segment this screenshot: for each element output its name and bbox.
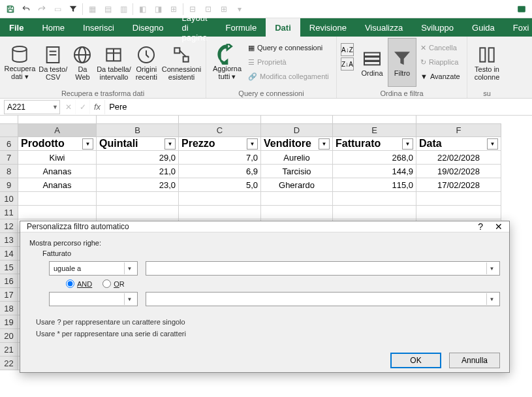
filter-dropdown-button[interactable]: ▼ [164, 138, 176, 150]
qat-btn-4[interactable]: ◧ [134, 1, 150, 17]
tab-inserisci[interactable]: Inserisci [74, 18, 123, 37]
qat-btn-6[interactable]: ⊞ [166, 1, 181, 17]
cell[interactable] [333, 192, 416, 206]
da-csv-button[interactable]: Da testo/CSV [37, 38, 69, 87]
cell[interactable] [261, 192, 333, 206]
sort-asc-icon[interactable]: A↓Z [341, 43, 354, 56]
row-header[interactable]: 8 [0, 165, 18, 178]
row-header[interactable]: 19 [0, 315, 18, 329]
cancel-formula-icon[interactable]: ✕ [61, 100, 76, 114]
tab-revisione[interactable]: Revisione [300, 18, 356, 37]
or-radio[interactable]: OR [102, 279, 125, 288]
filter-dropdown-button[interactable]: ▼ [82, 138, 93, 150]
ok-button[interactable]: OK [390, 353, 441, 368]
cell[interactable]: 22/02/2028 [416, 151, 501, 165]
cancel-button[interactable]: Annulla [449, 353, 500, 368]
modifica-collegamenti-button[interactable]: 🔗 Modifica collegamenti [245, 69, 332, 84]
tab-layout[interactable]: Layout di pagina [172, 18, 216, 37]
column-header[interactable]: E [333, 124, 416, 137]
cell[interactable]: 23,0 [97, 178, 179, 192]
proprieta-button[interactable]: ☰ Proprietà [245, 55, 332, 69]
row-header[interactable]: 10 [0, 192, 18, 206]
ordina-button[interactable]: Ordina [358, 38, 386, 87]
recupera-dati-button[interactable]: Recuperadati ▾ [4, 38, 36, 87]
cancella-button[interactable]: ✕ Cancella [418, 40, 463, 55]
qat-btn-9[interactable]: ⊞ [216, 1, 232, 17]
filter-icon[interactable] [65, 1, 81, 17]
cell[interactable]: Aurelio [261, 151, 333, 165]
cell[interactable]: Ananas [18, 165, 97, 178]
filter-dropdown-button[interactable]: ▼ [247, 138, 258, 150]
formula-input[interactable]: Pere [104, 100, 532, 114]
connessioni-esistenti-button[interactable]: Connessioniesistenti [161, 38, 202, 87]
testo-colonne-button[interactable]: Testo incolonne [471, 38, 503, 87]
column-header[interactable]: F [416, 124, 501, 137]
qat-btn-8[interactable]: ⊡ [200, 1, 216, 17]
table-header-cell[interactable]: Data▼ [416, 137, 501, 151]
table-header-cell[interactable]: Prodotto▼ [18, 137, 97, 151]
filtro-button[interactable]: Filtro [388, 38, 416, 87]
row-header[interactable]: 16 [0, 274, 18, 288]
tab-file[interactable]: File [0, 18, 33, 37]
origini-recenti-button[interactable]: Originirecenti [133, 38, 160, 87]
cell[interactable]: Tarcisio [261, 165, 333, 178]
qat-btn-2[interactable]: ▤ [100, 1, 116, 17]
undo-icon[interactable] [18, 1, 34, 17]
qat-btn-7[interactable]: ⊟ [185, 1, 200, 17]
and-radio[interactable]: AND [66, 279, 92, 288]
fx-icon[interactable]: fx [90, 102, 104, 112]
condition1-operator-select[interactable]: uguale a▼ [49, 261, 138, 276]
row-header[interactable]: 6 [0, 137, 18, 151]
row-header[interactable]: 18 [0, 302, 18, 315]
cell[interactable] [179, 192, 261, 206]
cell[interactable] [416, 192, 501, 206]
column-header[interactable]: B [97, 124, 179, 137]
filter-dropdown-button[interactable]: ▼ [319, 138, 330, 150]
cell[interactable]: 29,0 [97, 151, 179, 165]
qat-btn-5[interactable]: ◨ [150, 1, 166, 17]
row-header[interactable]: 13 [0, 233, 18, 247]
tab-dati[interactable]: Dati [266, 18, 300, 37]
tab-home[interactable]: Home [33, 18, 74, 37]
cell[interactable]: 144,9 [333, 165, 416, 178]
column-header[interactable]: C [179, 124, 261, 137]
cell[interactable] [18, 192, 97, 206]
condition1-value-input[interactable]: ▼ [146, 261, 500, 276]
qat-btn-3[interactable]: ▥ [116, 1, 131, 17]
tab-visualizza[interactable]: Visualizza [356, 18, 412, 37]
column-header[interactable]: A [18, 124, 97, 137]
da-tabella-button[interactable]: Da tabella/intervallo [96, 38, 131, 87]
cell[interactable]: 6,9 [179, 165, 261, 178]
aggiorna-tutti-button[interactable]: Aggiornatutti ▾ [210, 38, 244, 87]
cell[interactable] [333, 206, 416, 219]
cell[interactable] [261, 206, 333, 219]
row-header[interactable]: 22 [0, 357, 18, 370]
table-header-cell[interactable]: Quintali▼ [97, 137, 179, 151]
row-header[interactable]: 12 [0, 219, 18, 233]
cell[interactable] [97, 206, 179, 219]
da-web-button[interactable]: DaWeb [70, 38, 95, 87]
qat-btn-10[interactable]: ▾ [232, 1, 247, 17]
cell[interactable] [416, 206, 501, 219]
tab-disegno[interactable]: Disegno [123, 18, 173, 37]
tab-foxit[interactable]: Foxi [504, 18, 532, 37]
avanzate-button[interactable]: ▼ Avanzate [418, 69, 463, 84]
cell[interactable]: 7,0 [179, 151, 261, 165]
filter-dropdown-button[interactable]: ▼ [487, 138, 498, 150]
column-header[interactable] [0, 124, 18, 137]
row-header[interactable]: 21 [0, 343, 18, 357]
filter-dropdown-button[interactable]: ▼ [402, 138, 413, 150]
row-header[interactable]: 15 [0, 261, 18, 274]
tab-formule[interactable]: Formule [217, 18, 266, 37]
cell[interactable]: 115,0 [333, 178, 416, 192]
touch-mode-icon[interactable]: ▭ [50, 1, 65, 17]
dialog-close-button[interactable]: ✕ [495, 221, 503, 232]
table-header-cell[interactable]: Venditore▼ [261, 137, 333, 151]
cell[interactable]: 21,0 [97, 165, 179, 178]
cell[interactable]: 19/02/2028 [416, 165, 501, 178]
cell[interactable]: Gherardo [261, 178, 333, 192]
row-header[interactable]: 14 [0, 247, 18, 261]
row-header[interactable]: 11 [0, 206, 18, 219]
sort-desc-icon[interactable]: Z↓A [341, 57, 354, 71]
save-icon[interactable] [3, 1, 18, 17]
